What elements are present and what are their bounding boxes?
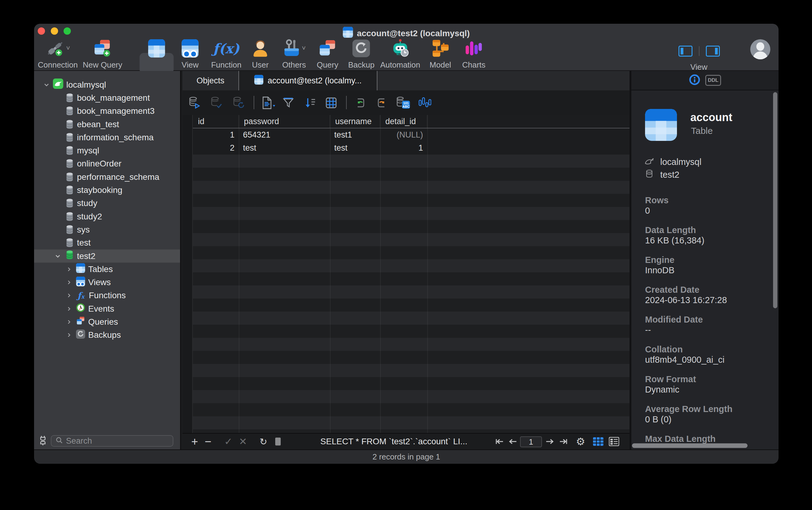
first-page-icon[interactable] [495, 438, 504, 445]
toolbar-charts-button[interactable]: Charts [462, 38, 486, 70]
table-icon [254, 75, 263, 87]
toolbar-new-query-button[interactable]: New Query [83, 38, 122, 70]
form-view-toggle[interactable] [609, 437, 619, 446]
undo-icon[interactable] [353, 96, 367, 110]
search-input[interactable] [66, 436, 157, 446]
column-header-username[interactable]: username [330, 115, 380, 128]
column-header-password[interactable]: password [239, 115, 330, 128]
rollback-icon[interactable] [232, 96, 245, 110]
user-avatar[interactable] [750, 39, 770, 59]
sidebar-footer [34, 435, 179, 447]
toolbar-model-button[interactable]: Model [430, 38, 451, 70]
last-page-icon[interactable] [559, 438, 568, 445]
redo-icon[interactable] [375, 96, 389, 110]
tree-item-tables[interactable]: Tables [34, 263, 180, 276]
cell-password[interactable]: 654321 [239, 129, 330, 141]
cell-id[interactable]: 2 [193, 141, 239, 154]
toggle-right-sidebar-button[interactable] [706, 46, 720, 57]
toolbar-view-button[interactable]: View [182, 38, 199, 70]
field-data-length: Data Length16 KB (16,384) [645, 225, 770, 246]
table-row[interactable]: 2 test test 1 [193, 141, 630, 154]
tree-item-functions[interactable]: ƒx Functions [34, 289, 180, 302]
toolbar-others-button[interactable]: ˅ Others [282, 38, 306, 70]
chevron-down-icon [42, 82, 51, 88]
refresh-button[interactable]: ↻ [260, 436, 267, 447]
commit-icon[interactable] [209, 96, 223, 110]
page-number-input[interactable] [520, 436, 542, 447]
table-row[interactable]: 1 654321 test1 (NULL) [193, 129, 630, 141]
tree-db-sys[interactable]: sys [34, 223, 180, 236]
tree-db-staybooking[interactable]: staybooking [34, 183, 180, 197]
apply-changes-button[interactable]: ✓ [224, 436, 233, 447]
pulse-chart-icon[interactable] [417, 96, 431, 110]
grid-view-toggle-active[interactable] [593, 437, 604, 446]
field-max-data-length: Max Data Length [645, 434, 770, 444]
query-icon [318, 38, 337, 59]
tree-db-onlineOrder[interactable]: onlineOrder [34, 157, 180, 170]
column-header-detail_id[interactable]: detail_id [380, 115, 427, 128]
toolbar-connection-button[interactable]: ˅ Connection [38, 38, 78, 70]
column-header-id[interactable]: id [193, 115, 239, 128]
connection-plug-icon: ˅ [46, 38, 70, 59]
sidebar-search[interactable] [51, 435, 173, 447]
cell-detail_id[interactable]: (NULL) [380, 129, 427, 141]
tree-db-study2[interactable]: study2 [34, 210, 180, 223]
data-dictionary-icon[interactable]: 101ABC [395, 96, 411, 110]
cell-username[interactable]: test1 [330, 129, 380, 141]
toolbar-function-button[interactable]: ƒ(x) Function [211, 38, 241, 70]
cell-username[interactable]: test [330, 141, 380, 154]
previous-page-icon[interactable] [508, 438, 517, 445]
record-count-text: 2 records in page 1 [372, 452, 440, 462]
tree-db-book_management3[interactable]: book_management3 [34, 105, 180, 118]
text-export-icon[interactable] [260, 96, 276, 110]
tree-db-test2-selected[interactable]: test2 [34, 250, 180, 263]
toggle-left-sidebar-button[interactable] [679, 46, 692, 57]
tree-item-views[interactable]: Views [34, 276, 180, 289]
ddl-tab-button[interactable]: DDL [705, 75, 721, 86]
vertical-scrollbar[interactable] [773, 92, 777, 308]
cell-id[interactable]: 1 [193, 129, 239, 141]
info-tab-icon[interactable] [689, 74, 700, 87]
tree-db-study[interactable]: study [34, 197, 180, 210]
toolbar-automation-button[interactable]: Automation [380, 38, 420, 70]
toolbar-backup-button[interactable]: Backup [348, 38, 375, 70]
next-page-icon[interactable] [545, 438, 554, 445]
toolbar-user-button[interactable]: User [251, 38, 269, 70]
tree-item-backups[interactable]: Backups [34, 329, 180, 342]
tree-db-performance_schema[interactable]: performance_schema [34, 170, 180, 183]
discard-changes-button[interactable]: ✕ [239, 436, 247, 447]
grid-view-icon[interactable] [324, 96, 338, 110]
add-record-button[interactable]: + [191, 435, 198, 448]
sort-icon[interactable] [303, 96, 317, 110]
object-fields: Rows0 Data Length16 KB (16,384) EngineIn… [645, 195, 770, 453]
table-icon-large [645, 109, 677, 142]
tree-db-ebean_test[interactable]: ebean_test [34, 118, 180, 131]
filter-icon[interactable] [281, 96, 295, 110]
status-bar: 2 records in page 1 [34, 449, 779, 464]
toolbar-table-button[interactable]: Table [147, 38, 166, 70]
object-name: account [690, 111, 732, 124]
object-type: Table [691, 126, 713, 136]
field-average-row-length: Average Row Length0 B (0) [645, 404, 770, 424]
tab-objects[interactable]: Objects [182, 71, 238, 90]
toolbar-query-button[interactable]: Query [317, 38, 338, 70]
settings-gear-icon[interactable]: ⚙ [576, 435, 585, 448]
tree-connection-localmysql[interactable]: localmysql [34, 78, 180, 91]
column-divider [380, 115, 381, 433]
tree-db-mysql[interactable]: mysql [34, 144, 180, 157]
tab-account-table[interactable]: account@test2 (localmy... [238, 71, 378, 90]
cell-detail_id[interactable]: 1 [380, 141, 427, 154]
tree-item-queries[interactable]: Queries [34, 315, 180, 328]
horizontal-scrollbar[interactable] [632, 443, 748, 448]
stop-button[interactable] [275, 437, 281, 446]
connection-filter-icon[interactable] [38, 435, 48, 447]
tree-db-information_schema[interactable]: information_schema [34, 131, 180, 144]
cell-password[interactable]: test [239, 141, 330, 154]
tree-db-test[interactable]: test [34, 236, 180, 250]
begin-transaction-icon[interactable] [187, 96, 201, 110]
tree-db-book_management[interactable]: book_management [34, 91, 180, 104]
new-query-icon [93, 38, 112, 59]
grid-empty-area [182, 154, 630, 433]
tree-item-events[interactable]: Events [34, 302, 180, 315]
delete-record-button[interactable]: − [205, 435, 211, 448]
